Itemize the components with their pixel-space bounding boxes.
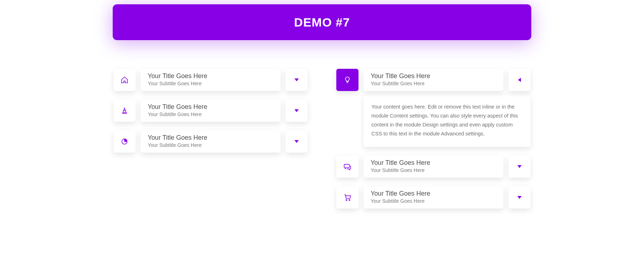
accordion-toggle[interactable] <box>508 69 531 91</box>
accordion-header[interactable]: Your Title Goes Here Your Subtitle Goes … <box>336 69 531 91</box>
chevron-left-icon <box>518 78 521 82</box>
accordion-toggle[interactable] <box>286 100 308 122</box>
accordion-text: Your Title Goes Here Your Subtitle Goes … <box>141 130 280 153</box>
page-banner: DEMO #7 <box>113 4 531 40</box>
svg-point-4 <box>349 200 350 201</box>
pie-icon <box>113 130 136 153</box>
accordion-text: Your Title Goes Here Your Subtitle Goes … <box>364 69 503 91</box>
accordion-item: Your Title Goes Here Your Subtitle Goes … <box>336 69 531 147</box>
svg-point-3 <box>346 200 347 201</box>
accordion-toggle[interactable] <box>508 186 531 209</box>
accordion-title: Your Title Goes Here <box>148 72 273 80</box>
accordion-item: Your Title Goes Here Your Subtitle Goes … <box>336 186 531 209</box>
accordion-toggle[interactable] <box>508 155 531 178</box>
accordion-text: Your Title Goes Here Your Subtitle Goes … <box>141 69 280 91</box>
chevron-down-icon <box>294 109 299 112</box>
column-left: Your Title Goes Here Your Subtitle Goes … <box>113 69 308 217</box>
accordion-subtitle: Your Subtitle Goes Here <box>148 142 273 148</box>
chevron-down-icon <box>517 165 522 168</box>
accordion-title: Your Title Goes Here <box>371 72 496 80</box>
accordion-content: Your content goes here. Edit or remove t… <box>364 95 531 147</box>
cart-icon <box>336 186 358 209</box>
accordion-text: Your Title Goes Here Your Subtitle Goes … <box>364 155 503 178</box>
accordion-header[interactable]: Your Title Goes Here Your Subtitle Goes … <box>113 100 308 122</box>
accordion-title: Your Title Goes Here <box>371 190 496 197</box>
accordion-toggle[interactable] <box>286 130 308 153</box>
cone-icon <box>113 100 136 122</box>
accordion-text: Your Title Goes Here Your Subtitle Goes … <box>141 100 280 122</box>
accordion-text: Your Title Goes Here Your Subtitle Goes … <box>364 186 503 209</box>
accordion-toggle[interactable] <box>286 69 308 91</box>
accordion-header[interactable]: Your Title Goes Here Your Subtitle Goes … <box>113 130 308 153</box>
accordion-item: Your Title Goes Here Your Subtitle Goes … <box>113 69 308 91</box>
chevron-down-icon <box>294 140 299 143</box>
accordion-title: Your Title Goes Here <box>148 103 273 111</box>
accordion-header[interactable]: Your Title Goes Here Your Subtitle Goes … <box>336 155 531 178</box>
accordion-header[interactable]: Your Title Goes Here Your Subtitle Goes … <box>336 186 531 209</box>
accordion-subtitle: Your Subtitle Goes Here <box>371 198 496 204</box>
accordion-subtitle: Your Subtitle Goes Here <box>371 81 496 86</box>
chat-icon <box>336 155 358 178</box>
accordion-subtitle: Your Subtitle Goes Here <box>148 81 273 86</box>
page-title: DEMO #7 <box>294 15 350 29</box>
accordion-item: Your Title Goes Here Your Subtitle Goes … <box>336 155 531 178</box>
columns: Your Title Goes Here Your Subtitle Goes … <box>113 69 531 217</box>
accordion-subtitle: Your Subtitle Goes Here <box>371 167 496 173</box>
chevron-down-icon <box>517 196 522 199</box>
accordion-item: Your Title Goes Here Your Subtitle Goes … <box>113 100 308 122</box>
accordion-item: Your Title Goes Here Your Subtitle Goes … <box>113 130 308 153</box>
column-right: Your Title Goes Here Your Subtitle Goes … <box>336 69 531 217</box>
accordion-subtitle: Your Subtitle Goes Here <box>148 111 273 117</box>
accordion-title: Your Title Goes Here <box>148 134 273 142</box>
bulb-icon <box>336 69 358 91</box>
chevron-down-icon <box>294 78 299 81</box>
accordion-title: Your Title Goes Here <box>371 159 496 167</box>
home-icon <box>113 69 136 91</box>
accordion-header[interactable]: Your Title Goes Here Your Subtitle Goes … <box>113 69 308 91</box>
